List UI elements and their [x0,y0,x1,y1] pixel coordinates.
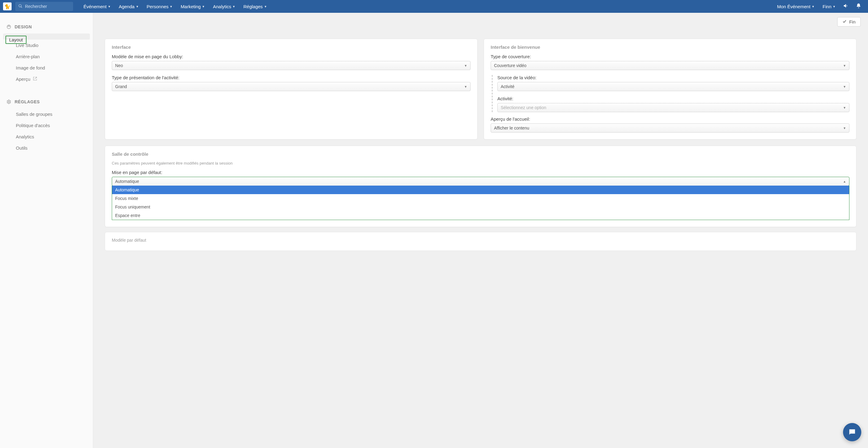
sidebar-item-label: Aperçu [16,77,30,82]
dropdown-option-focus-uniquement[interactable]: Focus uniquement [112,203,849,211]
field-label-activity: Activité: [497,96,849,101]
select-cover-type[interactable]: Couverture vidéo ▼ [491,61,849,70]
chevron-down-icon: ▾ [203,5,204,8]
fin-label: Fin [849,19,856,24]
sidebar-group-label: DESIGN [14,24,32,29]
chevron-down-icon: ▾ [136,5,138,8]
sidebar-item-label: Politique d'accès [16,123,50,128]
chevron-down-icon: ▾ [233,5,235,8]
chevron-down-icon: ▾ [108,5,110,8]
sidebar-group-label: RÉGLAGES [14,99,40,104]
sidebar-item-label: Analytics [16,134,34,139]
caret-down-icon: ▼ [843,126,846,130]
gear-icon [6,99,11,104]
nav-label: Analytics [213,4,231,9]
panel-control-room: Salle de contrôle Ces paramètres peuvent… [105,146,857,227]
field-label-default-layout: Mise en page par défaut: [112,170,849,175]
select-default-layout[interactable]: Automatique ▲ [112,177,849,186]
sidebar-item-label: Layout [5,36,27,44]
ghost-select-value: Modèle par défaut [112,238,849,243]
nav-analytics[interactable]: Analytics ▾ [209,4,239,9]
topbar: 🐈 Événement ▾ Agenda ▾ Personnes ▾ Marke… [0,0,868,13]
sidebar-item-outils[interactable]: Outils [0,142,93,154]
nav-agenda[interactable]: Agenda ▾ [115,4,143,9]
event-switcher[interactable]: Mon Événement ▾ [773,4,818,9]
sidebar-group-reglages: RÉGLAGES [0,97,93,109]
field-label-activity-presentation: Type de présentation de l'activité: [112,75,470,80]
fin-button[interactable]: Fin [837,17,861,27]
bell-icon[interactable] [852,3,865,10]
panel-subtitle: Ces paramètres peuvent également être mo… [112,161,849,166]
caret-down-icon: ▼ [843,106,846,110]
dropdown-option-espace-entre[interactable]: Espace entre [112,211,849,220]
panel-below: Modèle par défaut [105,232,857,251]
chat-icon [848,428,857,437]
svg-point-4 [8,26,9,26]
nav-personnes[interactable]: Personnes ▾ [143,4,177,9]
select-lobby-layout[interactable]: Neo ▼ [112,61,470,70]
chevron-down-icon: ▾ [265,5,267,8]
svg-point-0 [19,4,21,7]
chat-bubble[interactable] [843,423,861,441]
svg-point-6 [8,101,9,102]
sidebar-item-analytics[interactable]: Analytics [0,131,93,142]
search-icon [18,4,23,9]
nav-reglages[interactable]: Réglages ▾ [239,4,271,9]
sidebar-item-apercu[interactable]: Aperçu [0,73,93,85]
nav-marketing[interactable]: Marketing ▾ [176,4,209,9]
select-activity[interactable]: Sélectionnez une option ▼ [497,103,849,112]
field-label-video-source: Source de la vidéo: [497,75,849,80]
sidebar-item-label: Salles de groupes [16,112,52,117]
caret-down-icon: ▼ [843,64,846,67]
panel-title: Interface [112,44,470,50]
svg-point-3 [8,26,8,27]
select-value: Grand [115,84,127,89]
sidebar: DESIGN Layout Live Studio Arrière-plan I… [0,13,93,448]
select-home-preview[interactable]: Afficher le contenu ▼ [491,123,849,132]
announce-icon[interactable] [839,3,852,10]
chevron-down-icon: ▾ [170,5,172,8]
sidebar-item-salles-groupes[interactable]: Salles de groupes [0,109,93,120]
sidebar-item-label: Image de fond [16,65,45,70]
sidebar-item-label: Arrière-plan [16,54,40,59]
select-activity-presentation[interactable]: Grand ▼ [112,82,470,91]
select-value: Neo [115,63,123,68]
content: Fin Interface Modèle de mise en page du … [93,13,868,448]
panel-interface: Interface Modèle de mise en page du Lobb… [105,39,477,140]
select-value: Activité [501,84,515,89]
chevron-down-icon: ▾ [812,5,814,8]
chevron-down-icon: ▾ [833,5,835,8]
select-value: Afficher le contenu [494,125,529,130]
panel-title: Salle de contrôle [112,151,849,157]
nav-label: Réglages [243,4,262,9]
nav-label: Agenda [119,4,135,9]
panel-title: Interface de bienvenue [491,44,849,50]
event-label: Mon Événement [777,4,810,9]
sidebar-item-politique-acces[interactable]: Politique d'accès [0,120,93,131]
nav-evenement[interactable]: Événement ▾ [79,4,115,9]
sidebar-item-arriere-plan[interactable]: Arrière-plan [0,51,93,62]
field-label-lobby-layout: Modèle de mise en page du Lobby: [112,54,470,59]
select-video-source[interactable]: Activité ▼ [497,82,849,91]
sidebar-item-image-fond[interactable]: Image de fond [0,62,93,73]
select-value: Automatique [115,179,139,184]
caret-down-icon: ▼ [464,85,467,88]
palette-icon [6,24,11,29]
search-wrap[interactable] [15,2,73,11]
nav-label: Événement [84,4,106,9]
field-label-cover-type: Type de couverture: [491,54,849,59]
svg-line-1 [21,6,22,8]
user-label: Finn [823,4,832,9]
sidebar-item-label: Outils [16,145,27,151]
sidebar-group-design: DESIGN [0,22,93,33]
caret-down-icon: ▼ [843,85,846,88]
dropdown-option-automatique[interactable]: Automatique [112,186,849,194]
sidebar-item-layout[interactable]: Layout [3,33,90,40]
dropdown-option-focus-mixte[interactable]: Focus mixte [112,194,849,203]
search-input[interactable] [25,4,70,9]
app-logo[interactable]: 🐈 [3,2,11,10]
external-link-icon [33,77,37,82]
panel-welcome: Interface de bienvenue Type de couvertur… [484,39,857,140]
select-value: Sélectionnez une option [501,105,546,110]
user-menu[interactable]: Finn ▾ [818,4,839,9]
